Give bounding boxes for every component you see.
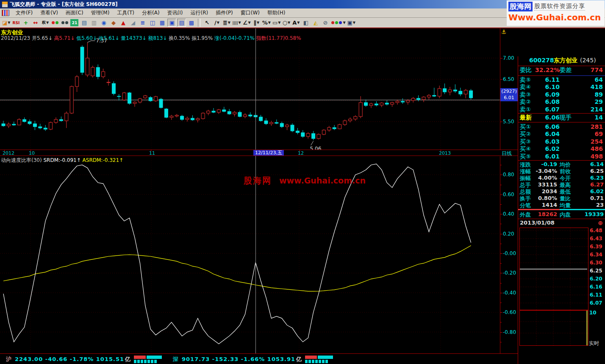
document-icon[interactable] [2,10,9,16]
traffic-light-icon[interactable] [50,19,59,27]
menu-F[interactable]: 文件(F) [12,8,36,17]
time-tick [151,150,151,151]
candlestick-chart[interactable]: 7.375.06 [0,28,500,150]
cursor-price: 6.01 [500,94,518,101]
copy-icon[interactable]: ◧ [301,19,310,27]
stat-value: 0.80% [533,195,557,201]
ratio-label: 委比 [520,67,532,74]
stat-value: 6.23 [590,175,604,181]
ellipse-tool-icon[interactable]: ○▼ [282,19,291,27]
percent-lines-icon[interactable]: %▼ [262,19,271,27]
move-cross-icon[interactable]: + [21,19,30,27]
price-tick-label: 5.50 [503,119,514,125]
outer-value: 18262 [533,211,557,217]
stat-value: 6.02 [590,188,604,195]
sh-index-values: 2243.00 -40.66 -1.78% 1015.51 [15,356,124,362]
menu-M[interactable]: 管理(M) [87,8,114,17]
realtime-label: 实时 [589,340,599,347]
globe-icon[interactable]: ⊕ [598,220,603,226]
gavel-icon[interactable]: ◆ [109,19,118,27]
guhai-logo: 股海网 [508,2,533,11]
cursor-date-tag: 12/11/23,五 [253,150,284,156]
window-kline-icon[interactable]: ▣ [167,19,176,27]
panel-divider [518,113,605,114]
sz-index-label: 深 [173,356,178,363]
mini-price-label: 6.34 [590,252,602,258]
window-misc-icon[interactable]: ▩ [187,19,196,27]
sh-index-unit: 亿 [125,356,130,363]
menu-A[interactable]: 分析(A) [138,8,164,17]
mini-price-label: 6.16 [590,284,602,290]
window-chart-icon[interactable]: ▦ [158,19,167,27]
alarm-bell-icon[interactable]: ▲ [119,19,128,27]
save-icon[interactable]: ▣▼ [347,19,356,27]
sh-index-label: 沪 [6,356,11,363]
guhai-slogan: 股票软件资源分享 [534,3,585,11]
menu-W[interactable]: 窗口(W) [237,8,264,17]
menu-I[interactable]: 资讯(I) [164,8,187,17]
stat-value: -3.04% [533,168,557,174]
list-bars-icon[interactable]: ≡ [138,19,147,27]
time-label: 10 [29,150,35,156]
scroll-arrows-icon[interactable]: ↔ [31,19,40,27]
indicator-minor-tick [500,342,502,342]
menu-V[interactable]: 查看(V) [36,8,62,17]
rectangle-tool-icon[interactable]: ▭▼ [272,19,281,27]
vertical-lines-icon[interactable]: ||||▼ [232,19,241,27]
binoculars-icon[interactable] [60,19,69,27]
bid-price: 6.06 [535,123,560,130]
split-window-icon[interactable]: ◫ [148,19,157,27]
text-tool-icon[interactable]: A▼ [291,19,300,27]
cursor-price-tag: (2927) 6.01 [500,88,518,101]
time-tick [4,150,5,151]
menu-T[interactable]: 工具(T) [113,8,138,17]
menu-R[interactable]: 运行(R) [187,8,212,17]
indicator-minor-tick [500,224,502,224]
indicator-tick-label: -0.40 [503,290,516,296]
zoom-chart-icon[interactable]: ◉ [99,19,108,27]
ask-label: 卖③ [520,91,531,99]
window-quote-icon[interactable]: ▤ [177,19,186,27]
stat-value: 6.25 [590,168,604,174]
diff-label: 委差 [560,67,572,74]
book-21-icon[interactable]: 21 [70,19,79,27]
indicator-minor-tick [500,244,502,244]
stat-value: 0.71 [590,195,604,201]
trend-line-icon[interactable]: /▼ [212,19,221,27]
guhai-banner: 股海网 股票软件资源分享 Www.Guhai.com.cn [507,0,605,26]
latest-price: 6.06 [535,114,560,121]
mini-price-label: 6.25 [590,268,602,274]
bid-label: 买① [520,123,531,131]
report-sheets-icon[interactable]: ▤ [80,19,89,27]
palette-icon[interactable]: ▼ [330,19,346,27]
indicator-minor-tick [500,312,502,313]
watermark-url: www.Guhai.com.cn [279,176,366,185]
bid-label: 买④ [520,145,531,153]
menu-P[interactable]: 插件(P) [212,8,237,17]
cursor-arrow-icon[interactable]: ↖ [203,19,211,27]
stock-code: 600278 [529,57,554,64]
parallel-lines-icon[interactable]: ∥▼ [252,19,261,27]
rsi-icon[interactable]: RSI [11,19,20,27]
indicator-minor-tick [500,195,502,195]
rights-adjust-icon[interactable]: 权▼ [41,19,50,27]
open-icon[interactable]: ◪▼ [2,19,11,27]
no-draw-icon[interactable]: ⊘ [321,19,330,27]
anchor-icon[interactable]: ⚓ [501,28,507,35]
price-tick-label: 7.00 [503,55,514,61]
menu-C[interactable]: 画面(C) [62,8,87,17]
bid-volume: 486 [591,145,603,152]
brush-icon[interactable]: ◢ [128,19,137,27]
app-icon [2,1,8,8]
menu-H[interactable]: 帮助(H) [264,8,289,17]
eraser-icon[interactable]: ◭ [311,19,320,27]
outer-label: 外盘 [520,211,531,219]
ratio-value: 32.22% [535,67,560,73]
intraday-mini-chart[interactable] [519,228,588,346]
time-axis[interactable]: 2012101112201312/11/23,五 [0,150,518,156]
period-label: 日线 [502,150,512,157]
open-book-icon[interactable]: ▥ [89,19,98,27]
gann-fan-icon[interactable]: ∠▼ [242,19,251,27]
multi-line-icon[interactable]: ≣▼ [222,19,231,27]
ask-volume: 89 [595,91,603,98]
